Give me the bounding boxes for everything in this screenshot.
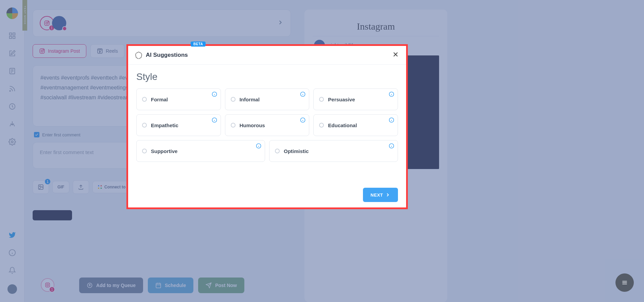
modal-title-wrap: AI Suggestions <box>135 51 188 59</box>
style-option-informal[interactable]: Informal <box>225 88 310 110</box>
radio-icon <box>142 123 147 128</box>
option-label: Formal <box>151 97 168 102</box>
info-icon[interactable] <box>300 91 306 97</box>
option-label: Humorous <box>240 122 265 128</box>
info-icon[interactable] <box>212 117 217 123</box>
next-button[interactable]: NEXT <box>363 188 398 202</box>
radio-icon <box>319 97 324 102</box>
modal-footer: NEXT <box>128 182 406 207</box>
info-icon[interactable] <box>300 117 306 123</box>
style-option-educational[interactable]: Educational <box>313 114 398 136</box>
info-icon[interactable] <box>212 91 217 97</box>
option-label: Informal <box>240 97 260 102</box>
close-icon <box>392 51 399 58</box>
radio-icon <box>142 149 147 153</box>
svg-rect-62 <box>622 281 627 282</box>
radio-icon <box>231 97 236 102</box>
radio-icon <box>275 149 280 153</box>
radio-icon <box>231 123 236 128</box>
option-label: Supportive <box>151 148 177 154</box>
menu-icon <box>621 279 628 286</box>
info-icon[interactable] <box>389 117 394 123</box>
fab-menu-button[interactable] <box>615 273 634 292</box>
modal-body: Style Formal Informal Persuasive Empathe… <box>128 65 406 182</box>
style-heading: Style <box>136 71 398 82</box>
svg-rect-64 <box>622 284 627 284</box>
openai-icon <box>135 51 142 59</box>
style-option-humorous[interactable]: Humorous <box>225 114 310 136</box>
next-label: NEXT <box>370 192 383 198</box>
ai-suggestions-modal: BETA AI Suggestions Style Formal Informa… <box>126 44 408 209</box>
style-options-grid: Formal Informal Persuasive Empathetic Hu <box>136 88 398 162</box>
option-label: Optimistic <box>284 148 309 154</box>
style-option-formal[interactable]: Formal <box>136 88 221 110</box>
info-icon[interactable] <box>389 143 394 149</box>
style-option-empathetic[interactable]: Empathetic <box>136 114 221 136</box>
chevron-right-icon <box>385 192 390 198</box>
info-icon[interactable] <box>389 91 394 97</box>
style-option-optimistic[interactable]: Optimistic <box>269 140 398 162</box>
option-label: Empathetic <box>151 122 178 128</box>
radio-icon <box>142 97 147 102</box>
style-option-persuasive[interactable]: Persuasive <box>313 88 398 110</box>
modal-header: AI Suggestions <box>128 46 406 65</box>
modal-title: AI Suggestions <box>146 52 188 58</box>
modal-close-button[interactable] <box>392 51 399 60</box>
info-icon[interactable] <box>256 143 261 149</box>
svg-rect-63 <box>622 282 627 283</box>
radio-icon <box>319 123 324 128</box>
option-label: Persuasive <box>328 97 355 102</box>
option-label: Educational <box>328 122 357 128</box>
style-option-supportive[interactable]: Supportive <box>136 140 265 162</box>
